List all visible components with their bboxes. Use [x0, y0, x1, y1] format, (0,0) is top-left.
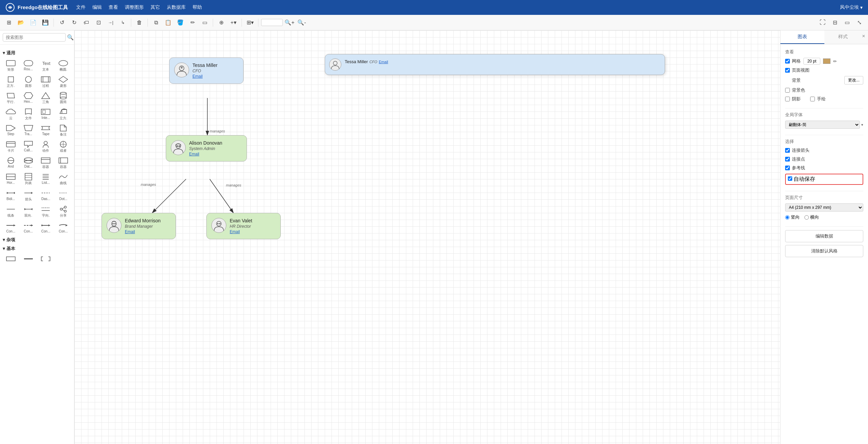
shape-list[interactable]: 列表	[20, 172, 37, 187]
guide-line-checkbox[interactable]	[785, 166, 790, 170]
shape-text[interactable]: Text 文本	[38, 58, 54, 73]
shape-line[interactable]: 线条	[3, 204, 19, 219]
toolbar-undo-btn[interactable]: ↺	[56, 17, 67, 28]
shape-trapezoid[interactable]: Tra...	[20, 123, 37, 138]
shape-direction[interactable]: 宇向.	[38, 204, 54, 219]
tessa-miller-email[interactable]: Email	[192, 74, 218, 79]
shape-cylinder[interactable]: 圆筒	[55, 91, 71, 105]
tab-diagram[interactable]: 图表	[780, 30, 824, 44]
toolbar-new-btn[interactable]: 📄	[28, 17, 39, 28]
menu-view[interactable]: 查看	[109, 4, 118, 10]
edward-morrison-email[interactable]: Email	[125, 229, 161, 234]
shape-container2[interactable]: 容器	[55, 155, 71, 170]
toolbar-plus-dropdown-btn[interactable]: +▾	[228, 17, 239, 28]
shape-and[interactable]: And	[3, 155, 19, 170]
toolbar-save-btn[interactable]: 💾	[40, 17, 51, 28]
tab-style[interactable]: 样式 ✕	[824, 30, 868, 44]
toolbar-page-btn[interactable]: ⊞	[3, 17, 14, 28]
toolbar-pencil-btn[interactable]: ✏	[187, 17, 198, 28]
shape-ellipse[interactable]: 椭圆.	[55, 58, 71, 73]
toolbar-tag-btn[interactable]: 🏷	[81, 17, 92, 28]
toolbar-plus-btn[interactable]: ⊕	[216, 17, 227, 28]
shape-round-rect[interactable]: Rou...	[20, 58, 37, 73]
menu-other[interactable]: 其它	[151, 4, 160, 10]
split-view-btn[interactable]: ⊟	[829, 17, 840, 28]
shape-or[interactable]: 或者	[55, 139, 71, 154]
shape-square[interactable]: 正方.	[3, 74, 19, 89]
shape-list2[interactable]: List...	[38, 172, 54, 187]
shape-circle[interactable]: 圆形	[20, 74, 37, 89]
shape-callout[interactable]: Call...	[20, 139, 37, 154]
shape-document[interactable]: 文件	[20, 107, 37, 122]
shape-share[interactable]: 分享	[55, 204, 71, 219]
node-alison-donovan[interactable]: Alison Donovan System Admin Email	[166, 135, 247, 162]
toolbar-open-btn[interactable]: 📂	[16, 17, 26, 28]
toolbar-redo-btn[interactable]: ↻	[69, 17, 79, 28]
category-basic[interactable]: 基本	[3, 246, 71, 252]
tab-close-icon[interactable]: ✕	[862, 34, 865, 39]
toolbar-copy-format-btn[interactable]: ⊡	[93, 17, 104, 28]
portrait-radio[interactable]	[785, 215, 790, 220]
search-icon[interactable]: 🔍	[67, 34, 74, 41]
shape-arrow[interactable]: 箭头	[20, 188, 37, 203]
zoom-input[interactable]: 100%	[261, 19, 283, 26]
shape-con3[interactable]: Con...	[38, 220, 54, 234]
bg-color-checkbox[interactable]	[785, 88, 790, 93]
connect-arrow-checkbox[interactable]	[785, 148, 790, 153]
menu-file[interactable]: 文件	[76, 4, 86, 10]
toolbar-copy-btn[interactable]: ⧉	[151, 17, 161, 28]
shape-cube[interactable]: 立方.	[55, 107, 71, 122]
toolbar-fill-btn[interactable]: 🪣	[175, 17, 186, 28]
category-general[interactable]: 通用	[3, 50, 71, 56]
toolbar-rect-btn[interactable]: ▭	[199, 17, 210, 28]
shape-card[interactable]: 卡片	[3, 139, 19, 154]
shape-curve[interactable]: 曲线	[55, 172, 71, 187]
page-view-checkbox[interactable]	[785, 68, 790, 73]
menu-database[interactable]: 从数据库	[167, 4, 186, 10]
shape-container[interactable]: 容器	[38, 155, 54, 170]
fullscreen-btn[interactable]: ⤡	[854, 17, 865, 28]
zoom-in-btn[interactable]: 🔍+	[284, 17, 295, 28]
shape-parallelogram[interactable]: 平行.	[3, 91, 19, 105]
shape-con2[interactable]: Con...	[20, 220, 37, 234]
page-size-select[interactable]: A4 (210 mm x 297 mm)	[785, 203, 863, 212]
node-edward-morrison[interactable]: Edward Morrison Brand Manager Email	[101, 213, 176, 239]
connect-point-checkbox[interactable]	[785, 157, 790, 162]
shape-hexagon[interactable]: Hex...	[20, 91, 37, 105]
shape-basic-brack[interactable]	[38, 254, 54, 264]
canvas-area[interactable]: manages manages manages	[74, 30, 780, 444]
node-tessa-miller[interactable]: Tessa Miller CFO Email	[169, 57, 244, 84]
menu-help[interactable]: 帮助	[192, 4, 202, 10]
shadow-checkbox[interactable]	[785, 97, 790, 101]
font-select[interactable]: 翩翻体-简	[785, 121, 860, 129]
shape-dotted[interactable]: Dot...	[55, 188, 71, 203]
toolbar-arrow-right-btn[interactable]: →|	[105, 17, 116, 28]
shape-cloud[interactable]: 云	[3, 107, 19, 122]
edit-data-btn[interactable]: 编辑数据	[785, 230, 863, 242]
shape-process[interactable]: 过程	[38, 74, 54, 89]
menu-adjust[interactable]: 调整图形	[125, 4, 144, 10]
shape-internal[interactable]: Inte...	[38, 107, 54, 122]
node-evan-valet[interactable]: Evan Valet HR Director Email	[206, 213, 281, 239]
toolbar-arrow-corner-btn[interactable]: ↳	[117, 17, 128, 28]
landscape-radio[interactable]	[804, 215, 809, 220]
search-input[interactable]	[3, 33, 66, 42]
user-area[interactable]: 风中尘埃 ▾	[840, 4, 863, 10]
shape-bidirectional[interactable]: Bidi...	[3, 188, 19, 203]
fit-screen-btn[interactable]: ⛶	[817, 17, 828, 28]
grid-color-swatch[interactable]	[823, 58, 830, 64]
shape-triangle[interactable]: 三角	[38, 91, 54, 105]
zoom-out-btn[interactable]: 🔍-	[296, 17, 307, 28]
shape-horizontal[interactable]: Hor...	[3, 172, 19, 187]
shape-tape[interactable]: Tape	[38, 123, 54, 138]
shape-diamond[interactable]: 菱形	[55, 74, 71, 89]
category-misc[interactable]: 杂项	[3, 237, 71, 243]
shape-basic-rect[interactable]	[3, 254, 19, 264]
change-bg-btn[interactable]: 更改...	[844, 76, 863, 84]
evan-valet-email[interactable]: Email	[230, 229, 252, 234]
shape-con4[interactable]: Con...	[55, 220, 71, 234]
hand-draw-checkbox[interactable]	[810, 97, 815, 101]
toolbar-paste-btn[interactable]: 📋	[163, 17, 174, 28]
shape-rect[interactable]: 矩形	[3, 58, 19, 73]
menu-edit[interactable]: 编辑	[92, 4, 102, 10]
